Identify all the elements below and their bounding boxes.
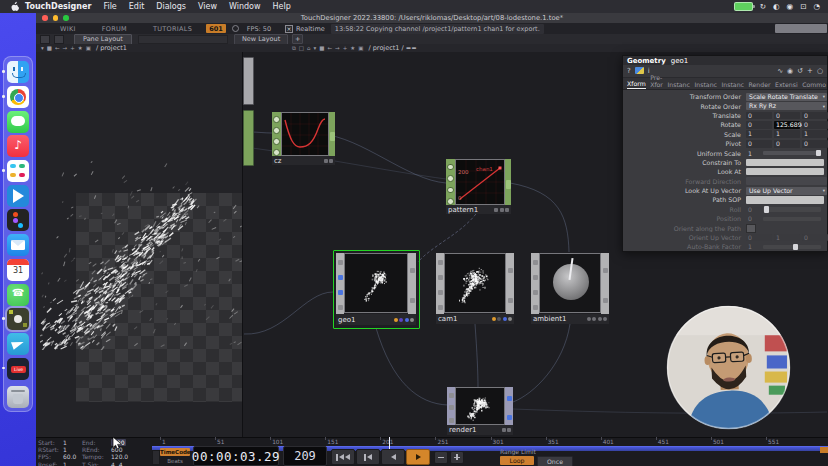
param-menu-rotate-order[interactable]: Rx Ry Rz▾ (746, 102, 827, 110)
record-icon[interactable]: ◉ (787, 3, 794, 11)
realtime-toggle[interactable]: × Realtime (285, 25, 325, 33)
node-render1[interactable]: render1 (447, 387, 513, 429)
tab-instanc[interactable]: Instanc (667, 81, 690, 90)
stop-icon[interactable]: ■ (47, 45, 52, 52)
clock-icon[interactable]: ◔ (813, 3, 820, 11)
dock-icon-live[interactable]: Live (7, 358, 29, 380)
param-slider-position[interactable] (763, 217, 821, 222)
pane-right-path[interactable]: / project1 / == (368, 44, 416, 52)
toolbar-right-panel[interactable] (775, 24, 827, 33)
timeline-ruler[interactable]: 151101151201251301351401451501551 (152, 437, 828, 446)
once-button[interactable]: Once (537, 456, 573, 466)
node-geo1[interactable]: geo1 (336, 253, 416, 317)
beats-mode-button[interactable]: Beats (160, 456, 190, 464)
dock-icon-telegram[interactable] (7, 333, 29, 355)
timeline-scroll-handle[interactable] (820, 447, 828, 453)
favorite-icon[interactable]: ★ (78, 45, 83, 52)
param-field-pivot-2[interactable]: 0 (802, 140, 828, 148)
param-field-translate-1[interactable]: 0 (774, 112, 800, 120)
dropdown-icon[interactable]: ▾ (41, 45, 44, 52)
tab-pre-xfor[interactable]: Pre-Xfor (650, 74, 663, 90)
menu-item-view[interactable]: View (198, 2, 217, 11)
right-pane-split-icon-2[interactable]: ⌂ (307, 45, 311, 52)
tab-render[interactable]: Render (748, 81, 770, 90)
node-flag[interactable] (592, 317, 596, 321)
tab-instanc[interactable]: Instanc (694, 81, 717, 90)
param-field-scale-1[interactable]: 1 (774, 130, 800, 138)
step-back-button[interactable] (356, 449, 380, 465)
param-menu-forward-direction[interactable] (746, 177, 827, 185)
dock-icon-mail[interactable] (7, 234, 29, 256)
chop-output-connector[interactable] (330, 132, 335, 141)
param-field-rotate-0[interactable]: 0 (746, 121, 772, 129)
dock-icon-vscode[interactable] (7, 185, 29, 207)
menu-item-help[interactable]: Help (272, 2, 290, 11)
param-field-translate-2[interactable]: 0 (802, 112, 828, 120)
clipped-node[interactable] (243, 57, 254, 105)
clipped-chop-node[interactable] (243, 110, 254, 166)
param-text-path-sop[interactable] (746, 196, 824, 203)
empty-layout-slot[interactable] (138, 35, 228, 44)
timeline-options-button[interactable] (152, 450, 160, 465)
right-add-icon[interactable]: + (343, 45, 348, 52)
help-icon[interactable]: ? (627, 67, 631, 75)
param-field-orient-up-vector-0[interactable]: 0 (746, 234, 772, 242)
node-flag[interactable] (603, 317, 607, 321)
dock-icon-chrome[interactable] (7, 86, 29, 108)
play-forward-button[interactable] (406, 449, 430, 465)
toolbar-link-forum[interactable]: FORUM (102, 25, 127, 33)
tab-instanc[interactable]: Instanc (721, 81, 744, 90)
right-enter-icon[interactable]: ▣ (358, 45, 363, 52)
undo-icon[interactable]: ↺ (797, 67, 803, 75)
param-menu-look-at-up-vector[interactable]: Use Up Vector▾ (746, 187, 827, 195)
param-menu-transform-order[interactable]: Scale Rotate Translate▾ (746, 93, 827, 101)
dock-icon-figma[interactable] (7, 209, 29, 231)
node-flag[interactable] (410, 318, 414, 322)
node-cz[interactable]: cz (272, 112, 335, 160)
particle-viewport[interactable] (40, 141, 242, 350)
dock-icon-trash[interactable] (7, 386, 29, 408)
realtime-checkbox-icon[interactable]: × (285, 25, 293, 33)
dock-icon-messages[interactable] (7, 111, 29, 133)
right-dropdown-icon[interactable]: ▾ (314, 45, 317, 52)
dock-icon-finder[interactable] (7, 61, 29, 83)
node-flag[interactable] (508, 317, 512, 321)
dock-icon-calendar[interactable]: 31 (7, 259, 29, 281)
frame-display[interactable]: 209 (283, 446, 327, 466)
sync-icon[interactable]: ↻ (760, 3, 766, 11)
timeline-field-value-rosef[interactable]: 1 (63, 462, 82, 466)
node-pattern1[interactable]: 200 0 chan1 pattern1 (446, 159, 511, 209)
play-reverse-button[interactable] (381, 449, 405, 465)
param-toggle-orient-along-the-path[interactable] (746, 224, 756, 233)
right-pane-split-icon-1[interactable]: □ (299, 45, 304, 52)
slider-handle[interactable] (764, 206, 769, 213)
expression-icon[interactable]: ∿ (777, 67, 783, 75)
chop-output-connector[interactable] (506, 180, 511, 189)
dock-icon-music[interactable]: ♪ (7, 135, 29, 157)
dock-icon-touchdesigner[interactable] (7, 308, 29, 330)
timeline-field-value-t-sig[interactable]: 4 4 (111, 462, 144, 466)
param-slider-uniform-scale[interactable] (763, 151, 821, 156)
param-field-translate-0[interactable]: 0 (746, 112, 772, 120)
perform-badge[interactable]: 601 (206, 24, 226, 33)
param-field-scale-2[interactable]: 1 (802, 130, 828, 138)
slider-handle[interactable] (816, 150, 821, 157)
menu-item-window[interactable]: Window (229, 2, 261, 11)
pane-layout-tab[interactable]: Pane Layout (74, 34, 132, 45)
param-slider-roll[interactable] (763, 207, 821, 212)
node-flag[interactable] (399, 318, 403, 322)
webcam-overlay[interactable] (666, 305, 791, 430)
add-layout-button[interactable]: + (292, 34, 303, 44)
comment-icon[interactable]: ◉ (787, 67, 793, 75)
slider-handle[interactable] (793, 244, 798, 251)
forward-icon[interactable]: → (63, 45, 68, 52)
menu-app-name[interactable]: TouchDesigner (25, 2, 91, 11)
parameter-dialog-header[interactable]: Geometry geo1 (623, 56, 827, 65)
shortcuts-icon[interactable]: ⊡ (800, 3, 806, 11)
node-flag[interactable] (503, 317, 507, 321)
menu-item-dialogs[interactable]: Dialogs (156, 2, 186, 11)
tab-commo[interactable]: Commo (802, 81, 826, 90)
node-flag[interactable] (405, 318, 409, 322)
right-forward-icon[interactable]: → (335, 45, 340, 52)
param-slider-auto-bank-factor[interactable] (763, 245, 821, 250)
